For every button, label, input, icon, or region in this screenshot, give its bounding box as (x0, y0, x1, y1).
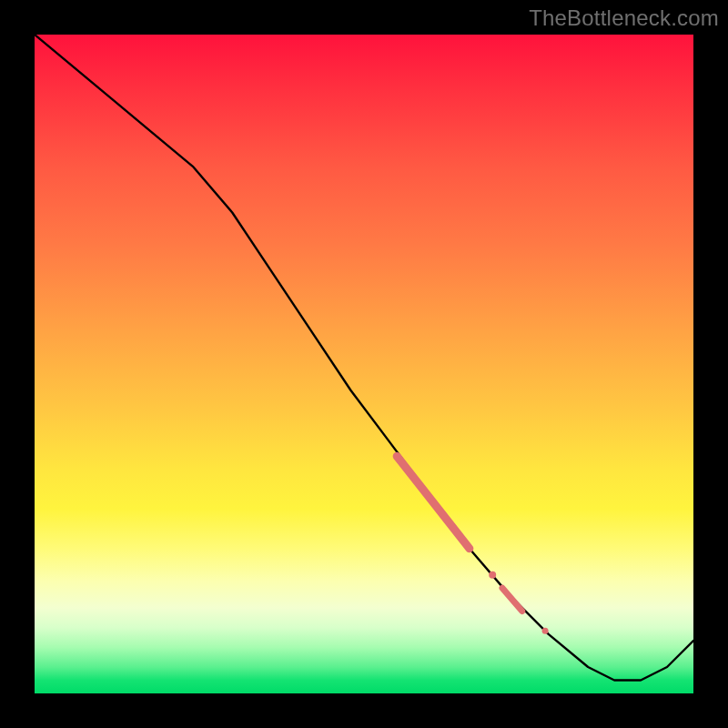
segment-main (397, 456, 470, 548)
markers-group (397, 456, 548, 633)
watermark-text: TheBottleneck.com (529, 5, 719, 31)
segment-mid (502, 588, 522, 611)
chart-frame: TheBottleneck.com (0, 0, 728, 728)
plot-area (35, 35, 693, 693)
dot-upper (489, 571, 496, 579)
chart-svg (35, 35, 693, 693)
series-curve (35, 35, 693, 681)
dot-lower (542, 628, 549, 634)
